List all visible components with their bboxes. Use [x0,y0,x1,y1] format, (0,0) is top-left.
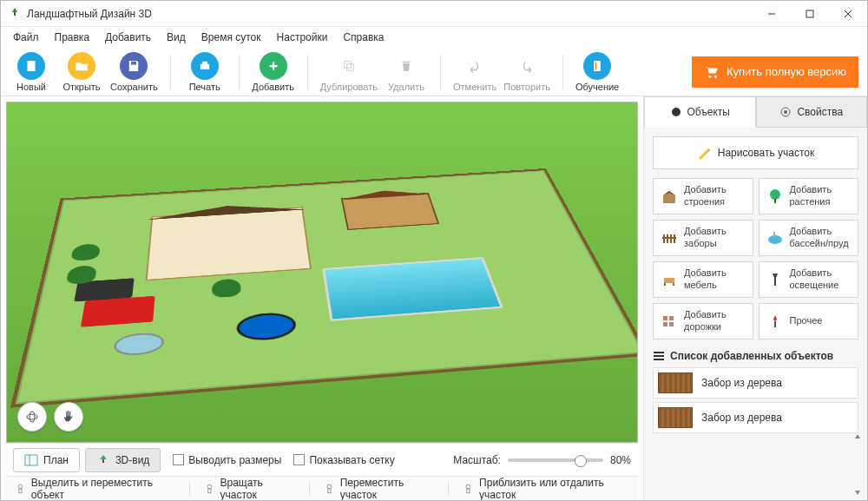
new-button[interactable]: Новый [10,52,53,92]
side-panel: Объекты Свойства Нарисовать участок Доба… [643,96,867,500]
fence-thumb-icon [658,407,693,428]
add-buildings-button[interactable]: Добавить строения [653,178,753,214]
add-fences-button[interactable]: Добавить заборы [653,220,753,256]
buy-full-button[interactable]: Купить полную версию [692,56,858,88]
menu-settings[interactable]: Настройки [270,29,335,46]
save-button[interactable]: Сохранить [110,52,158,92]
svg-point-29 [784,110,787,114]
view-controls-bar: План 3D-вид Выводить размеры Показывать … [6,443,638,476]
statusbar: Выделить и переместить объект Вращать уч… [6,476,638,500]
tutorial-button[interactable]: Обучение [575,52,619,92]
add-lighting-button[interactable]: Добавить освещение [759,261,859,298]
open-button[interactable]: Открыть [60,52,103,92]
close-button[interactable] [829,1,867,27]
svg-rect-26 [467,489,470,493]
pan-tool-button[interactable] [54,402,83,432]
titlebar: Ландшафтный Дизайн 3D [1,1,867,27]
lot-area [10,168,638,408]
svg-rect-38 [773,232,775,238]
svg-point-14 [708,75,711,77]
svg-rect-12 [594,61,601,71]
svg-rect-42 [774,278,776,286]
delete-button[interactable]: Удалить [385,52,428,92]
minimize-button[interactable] [753,1,791,27]
tab-objects[interactable]: Объекты [644,96,756,128]
tab-plan[interactable]: План [13,448,80,472]
svg-point-30 [770,189,780,200]
svg-rect-18 [102,459,104,463]
scale-label: Масштаб: [453,454,501,466]
print-button[interactable]: Печать [183,52,227,92]
app-logo-icon [8,7,22,21]
svg-rect-24 [328,489,331,493]
svg-rect-46 [669,322,674,326]
guest-house [341,193,439,231]
add-paths-button[interactable]: Добавить дорожки [653,303,753,339]
svg-point-19 [18,485,23,489]
svg-rect-43 [663,316,667,320]
toolbar: Новый Открыть Сохранить Печать Добавить … [1,48,867,96]
svg-rect-44 [669,316,674,320]
svg-rect-39 [664,278,674,283]
tree-icon [212,279,240,299]
svg-rect-36 [662,237,676,239]
tree-icon [70,244,101,262]
add-plants-button[interactable]: Добавить растения [759,178,859,214]
duplicate-button[interactable]: Дублировать [320,52,378,92]
object-list-item[interactable]: Забор из дерева [653,367,858,399]
svg-rect-50 [654,359,664,360]
add-furniture-button[interactable]: Добавить мебель [653,261,753,298]
trampoline [235,312,296,343]
menu-help[interactable]: Справка [336,29,391,46]
main-house [145,208,312,281]
object-list-item[interactable]: Забор из дерева [653,402,858,433]
add-pool-button[interactable]: Добавить бассейн/пруд [759,220,859,256]
status-rotate[interactable]: Вращать участок [204,477,295,501]
objects-scrollbar[interactable] [853,432,862,497]
svg-point-15 [714,75,717,77]
menu-edit[interactable]: Правка [48,29,97,46]
undo-button[interactable]: Отменить [453,52,496,92]
menu-view[interactable]: Вид [160,29,193,46]
maximize-button[interactable] [791,1,829,27]
fountain [113,333,164,357]
draw-lot-button[interactable]: Нарисовать участок [653,136,858,169]
swimming-pool [322,258,503,322]
svg-rect-9 [345,61,352,68]
3d-viewport[interactable] [6,102,638,443]
svg-point-27 [672,108,681,116]
status-move[interactable]: Переместить участок [324,477,434,501]
status-select[interactable]: Выделить и переместить объект [15,477,175,501]
svg-point-21 [207,485,212,489]
orbit-tool-button[interactable] [17,402,47,432]
svg-rect-31 [774,199,776,203]
svg-rect-6 [131,61,136,64]
svg-rect-20 [19,489,22,493]
svg-point-23 [327,485,332,489]
tab-properties[interactable]: Свойства [756,96,868,128]
svg-rect-0 [14,12,16,16]
menu-file[interactable]: Файл [6,29,46,46]
red-car [81,297,155,327]
show-dimensions-checkbox[interactable]: Выводить размеры [173,454,281,466]
svg-rect-47 [774,321,776,327]
tab-3d-view[interactable]: 3D-вид [85,448,161,472]
status-zoom[interactable]: Приблизить или отдалить участок [463,477,629,501]
svg-rect-41 [673,283,674,286]
svg-rect-11 [402,61,410,63]
show-grid-checkbox[interactable]: Показывать сетку [293,454,394,466]
objects-list-header: Список добавленных объектов [653,350,858,362]
redo-button[interactable]: Повторить [503,52,550,92]
menu-time[interactable]: Время суток [194,29,268,46]
menu-add[interactable]: Добавить [98,29,158,46]
svg-point-25 [466,485,470,489]
menubar: Файл Правка Добавить Вид Время суток Нас… [1,27,867,48]
svg-rect-22 [207,489,210,493]
add-button[interactable]: Добавить [252,52,295,92]
svg-rect-16 [25,455,37,465]
scale-slider[interactable] [508,458,603,462]
fence-thumb-icon [658,372,693,393]
add-other-button[interactable]: Прочее [759,303,859,339]
scale-value: 80% [610,454,631,466]
svg-rect-2 [806,10,813,17]
